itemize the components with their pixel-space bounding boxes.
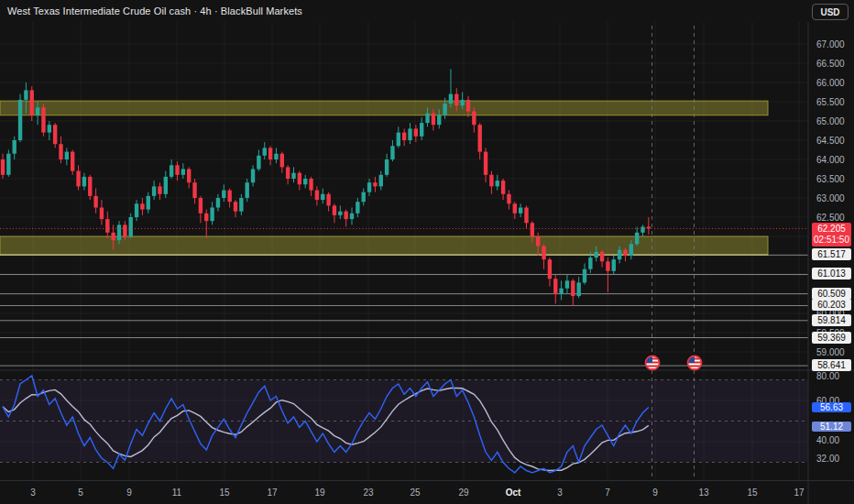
price-tick-label: 64.000 — [816, 155, 845, 165]
price-tick-label: 62.500 — [816, 213, 845, 223]
price-tick-label: 66.000 — [816, 78, 845, 88]
candle-body — [623, 250, 627, 256]
candle-body — [640, 227, 644, 233]
time-tick-label: 19 — [314, 488, 324, 498]
time-tick-label: 5 — [78, 488, 83, 498]
candle-body — [484, 152, 487, 175]
trading-chart-app: West Texas Intermediate Crude Oil cash ·… — [0, 0, 854, 504]
price-level-label[interactable]: 59.814 — [812, 314, 851, 326]
candle-body — [612, 259, 616, 271]
price-tick-label: 65.500 — [816, 97, 845, 107]
candle-body — [367, 182, 371, 192]
candle-body — [13, 140, 16, 154]
candle-body — [565, 280, 569, 288]
candle-body — [362, 192, 366, 203]
candle-body — [333, 205, 336, 215]
time-tick-label: 9 — [652, 488, 658, 498]
candle-body — [100, 208, 104, 220]
price-tick-label: 63.500 — [816, 174, 845, 184]
candle-body — [88, 177, 92, 196]
candle-body — [268, 148, 272, 159]
candle-body — [181, 170, 185, 175]
candle-body — [105, 219, 109, 233]
candle-body — [472, 112, 476, 126]
candle-body — [129, 217, 133, 236]
candle-body — [59, 144, 62, 159]
time-tick-label: 15 — [219, 488, 229, 498]
candle-body — [41, 107, 45, 132]
candle-body — [356, 202, 359, 214]
candle-body — [432, 114, 435, 126]
candle-body — [239, 198, 243, 212]
time-tick-label: 3 — [30, 488, 36, 498]
candle-body — [576, 282, 580, 296]
rsi-tick-label: 80.00 — [816, 371, 839, 381]
zone-rectangle[interactable] — [0, 101, 768, 115]
candle-body — [595, 252, 598, 257]
candle-body — [321, 194, 324, 200]
candle-body — [600, 252, 604, 262]
candle-body — [18, 100, 22, 140]
time-tick-label: 7 — [605, 488, 610, 498]
candle-body — [449, 94, 453, 104]
us-flag-event-icon[interactable] — [644, 355, 661, 371]
chart-area[interactable] — [0, 0, 854, 504]
candle-body — [71, 152, 74, 171]
candle-body — [82, 177, 86, 187]
candle-body — [291, 173, 295, 179]
rsi-ma-value-label: 51.12 — [812, 422, 851, 432]
candle-body — [303, 179, 307, 184]
candle-body — [519, 208, 522, 214]
price-level-label[interactable]: 61.013 — [812, 268, 851, 279]
candle-body — [437, 115, 441, 126]
candle-body — [6, 154, 10, 175]
price-level-label[interactable]: 60.509 — [812, 288, 851, 300]
candle-body — [326, 194, 330, 206]
price-level-label[interactable]: 60.203 — [812, 299, 851, 311]
candle-body — [379, 175, 383, 187]
candle-body — [460, 100, 464, 105]
candle-body — [350, 214, 354, 219]
candle-body — [373, 182, 377, 186]
candle-body — [548, 259, 552, 279]
candle-body — [280, 154, 284, 168]
candle-body — [192, 182, 196, 198]
price-axis[interactable]: 67.00066.50066.00065.50065.00064.50064.0… — [809, 22, 854, 480]
price-level-label[interactable]: 59.369 — [812, 332, 851, 344]
time-axis[interactable]: 35911151719232529Oct379131517 — [0, 480, 854, 504]
candle-body — [140, 203, 144, 209]
candle-body — [222, 191, 225, 198]
candle-body — [630, 244, 633, 256]
price-tick-label: 65.000 — [816, 116, 845, 126]
candle-body — [635, 233, 639, 245]
candle-body — [53, 125, 57, 144]
rsi-tick-label: 40.00 — [816, 435, 839, 445]
candle-body — [489, 175, 493, 187]
candle-body — [117, 225, 121, 240]
time-tick-label: 15 — [747, 488, 757, 498]
candle-body — [210, 208, 214, 222]
candle-body — [414, 128, 418, 136]
price-level-label[interactable]: 61.517 — [812, 248, 851, 260]
candle-body — [390, 146, 394, 159]
candle-body — [501, 181, 505, 194]
price-level-label[interactable]: 58.641 — [812, 359, 851, 371]
us-flag-event-icon[interactable] — [686, 355, 703, 371]
candle-body — [175, 165, 179, 175]
candle-body — [1, 159, 5, 175]
price-tick-label: 64.500 — [816, 136, 845, 146]
candle-body — [507, 194, 510, 204]
candle-body — [553, 279, 557, 294]
candle-body — [513, 203, 517, 214]
candle-body — [164, 177, 168, 194]
candle-body — [170, 165, 173, 177]
candle-body — [571, 280, 575, 296]
candle-body — [466, 100, 470, 112]
candle-body — [227, 191, 231, 203]
candle-body — [147, 196, 150, 210]
candle-body — [443, 104, 446, 115]
candle-body — [135, 203, 138, 217]
candle-body — [36, 107, 39, 115]
candle-body — [402, 133, 406, 140]
current-price-label[interactable]: 62.20502:51:50 — [812, 223, 851, 247]
